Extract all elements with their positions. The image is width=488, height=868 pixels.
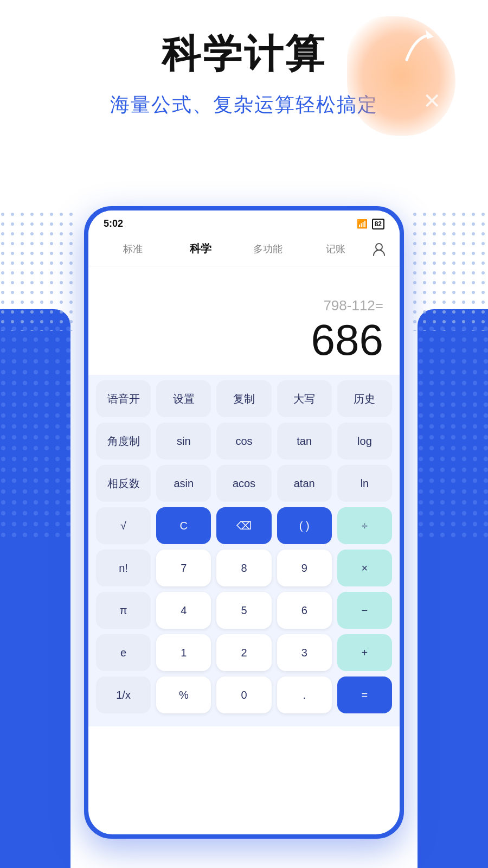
- key-log[interactable]: log: [337, 423, 392, 459]
- keyboard: 语音开设置复制大写历史角度制sincostanlog相反数asinacosata…: [88, 375, 400, 726]
- display-expression: 798-112=: [323, 297, 383, 314]
- tab-standard[interactable]: 标准: [99, 239, 167, 259]
- star-decoration: ✕: [420, 87, 447, 114]
- key-___[interactable]: ( ): [277, 507, 332, 544]
- display-area: 798-112= 686: [88, 266, 400, 375]
- key-row-7: 1/x%0.=: [96, 676, 392, 713]
- key-row-1: 角度制sincostanlog: [96, 423, 392, 459]
- key-row-2: 相反数asinacosatanln: [96, 465, 392, 502]
- key-_[interactable]: ×: [337, 550, 392, 586]
- key-5[interactable]: 5: [216, 592, 271, 629]
- tab-science[interactable]: 科学: [167, 238, 235, 259]
- display-result: 686: [311, 318, 383, 362]
- key-C[interactable]: C: [156, 507, 211, 544]
- svg-rect-3: [412, 212, 488, 331]
- key-__[interactable]: 大写: [277, 380, 332, 417]
- key-_[interactable]: ⌫: [216, 507, 271, 544]
- dots-left: [0, 212, 76, 331]
- key-_[interactable]: +: [337, 634, 392, 671]
- key-_[interactable]: π: [96, 592, 151, 629]
- tab-multifunction[interactable]: 多功能: [234, 239, 302, 259]
- key-_[interactable]: −: [337, 592, 392, 629]
- key-row-5: π456−: [96, 592, 392, 629]
- key-cos[interactable]: cos: [216, 423, 271, 459]
- status-icons: 📶 82: [357, 219, 384, 229]
- arrow-decoration: [396, 27, 439, 71]
- svg-rect-1: [0, 212, 76, 331]
- wifi-icon: 📶: [357, 219, 368, 229]
- svg-rect-5: [0, 326, 70, 542]
- key-row-3: √C⌫( )÷: [96, 507, 392, 544]
- key-___[interactable]: 相反数: [96, 465, 151, 502]
- battery-icon: 82: [372, 219, 384, 229]
- key-9[interactable]: 9: [277, 550, 332, 586]
- key-__[interactable]: 历史: [337, 380, 392, 417]
- key-row-4: n!789×: [96, 550, 392, 586]
- key-row-0: 语音开设置复制大写历史: [96, 380, 392, 417]
- key-atan[interactable]: atan: [277, 465, 332, 502]
- key-row-6: e123+: [96, 634, 392, 671]
- key-3[interactable]: 3: [277, 634, 332, 671]
- key-4[interactable]: 4: [156, 592, 211, 629]
- key-6[interactable]: 6: [277, 592, 332, 629]
- dots-right: [412, 212, 488, 331]
- dots-left-blue: [0, 326, 70, 542]
- svg-point-10: [376, 244, 382, 250]
- key-2[interactable]: 2: [216, 634, 271, 671]
- key-1[interactable]: 1: [156, 634, 211, 671]
- key-1_x[interactable]: 1/x: [96, 676, 151, 713]
- key-__[interactable]: 设置: [156, 380, 211, 417]
- svg-rect-7: [418, 326, 488, 542]
- key-asin[interactable]: asin: [156, 465, 211, 502]
- key-_[interactable]: .: [277, 676, 332, 713]
- dots-right-blue: [418, 326, 488, 542]
- nav-tabs: 标准 科学 多功能 记账: [88, 234, 400, 266]
- phone-inner: 5:02 📶 82 标准 科学 多功能 记账: [88, 210, 400, 834]
- key-n_[interactable]: n!: [96, 550, 151, 586]
- key-_[interactable]: ÷: [337, 507, 392, 544]
- tab-accounting[interactable]: 记账: [302, 239, 370, 259]
- key-7[interactable]: 7: [156, 550, 211, 586]
- phone-frame: 5:02 📶 82 标准 科学 多功能 记账: [84, 206, 404, 839]
- key-___[interactable]: 语音开: [96, 380, 151, 417]
- key-8[interactable]: 8: [216, 550, 271, 586]
- svg-text:✕: ✕: [423, 89, 441, 113]
- key-tan[interactable]: tan: [277, 423, 332, 459]
- key-acos[interactable]: acos: [216, 465, 271, 502]
- status-bar: 5:02 📶 82: [88, 210, 400, 234]
- svg-marker-8: [426, 30, 434, 39]
- key-sin[interactable]: sin: [156, 423, 211, 459]
- key-__[interactable]: 复制: [216, 380, 271, 417]
- key-_[interactable]: √: [96, 507, 151, 544]
- key-e[interactable]: e: [96, 634, 151, 671]
- profile-button[interactable]: [369, 239, 389, 259]
- key-0[interactable]: 0: [216, 676, 271, 713]
- status-time: 5:02: [104, 218, 123, 229]
- key-___[interactable]: 角度制: [96, 423, 151, 459]
- phone-mockup: 5:02 📶 82 标准 科学 多功能 记账: [84, 206, 404, 839]
- key-_[interactable]: %: [156, 676, 211, 713]
- key-ln[interactable]: ln: [337, 465, 392, 502]
- key-_[interactable]: =: [337, 676, 392, 713]
